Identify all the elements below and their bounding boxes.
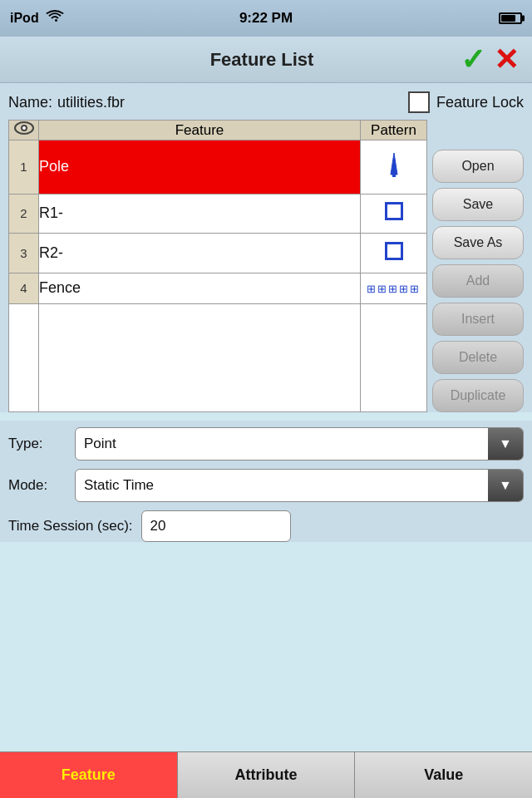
device-label: iPod xyxy=(10,11,39,26)
time-session-row: Time Session (sec): xyxy=(8,510,524,542)
side-buttons: Open Save Save As Add Insert Delete Dupl… xyxy=(432,120,524,412)
save-button[interactable]: Save xyxy=(432,188,524,221)
table-row[interactable]: 4 Fence ⊞⊞⊞⊞⊞ xyxy=(9,273,427,303)
file-name-value: utilities.fbr xyxy=(57,94,125,111)
add-button[interactable]: Add xyxy=(432,264,524,298)
time-session-label: Time Session (sec): xyxy=(8,518,133,534)
table-header: Feature Pattern xyxy=(9,121,427,140)
mode-value: Static Time xyxy=(76,477,488,494)
feature-name[interactable]: R2- xyxy=(39,234,361,273)
mode-row: Mode: Static Time ▼ xyxy=(8,469,524,502)
feature-name[interactable]: R1- xyxy=(39,194,361,234)
tab-feature[interactable]: Feature xyxy=(0,752,178,798)
tab-value[interactable]: Value xyxy=(355,752,532,798)
open-button[interactable]: Open xyxy=(432,150,524,183)
status-right xyxy=(499,12,522,24)
pattern-cell xyxy=(361,140,427,195)
feature-table: Feature Pattern 1 Pole xyxy=(8,120,427,412)
feature-lock-label: Feature Lock xyxy=(436,94,524,111)
feature-name[interactable]: Pole xyxy=(39,140,361,195)
svg-point-2 xyxy=(22,126,26,130)
pattern-tower-icon xyxy=(386,163,402,181)
cancel-button[interactable]: ✕ xyxy=(494,45,519,75)
mode-dropdown-arrow[interactable]: ▼ xyxy=(488,469,523,502)
table-section: Feature Pattern 1 Pole xyxy=(8,120,524,412)
pattern-square-icon xyxy=(385,242,403,260)
type-dropdown-arrow[interactable]: ▼ xyxy=(488,427,523,461)
table-row[interactable]: 1 Pole xyxy=(9,140,427,195)
name-label: Name: xyxy=(8,94,52,111)
mode-dropdown[interactable]: Static Time ▼ xyxy=(75,469,524,502)
bottom-controls: Type: Point ▼ Mode: Static Time ▼ Time S… xyxy=(0,421,532,542)
insert-button[interactable]: Insert xyxy=(432,303,524,336)
row-number: 3 xyxy=(9,234,39,273)
table-row[interactable]: 2 R1- xyxy=(9,194,427,234)
tab-value-label: Value xyxy=(424,766,463,784)
duplicate-button[interactable]: Duplicate xyxy=(432,379,524,412)
eye-column-header[interactable] xyxy=(9,121,39,140)
save-as-button[interactable]: Save As xyxy=(432,226,524,259)
feature-name[interactable]: Fence xyxy=(39,273,361,303)
type-row: Type: Point ▼ xyxy=(8,427,524,461)
pattern-cell xyxy=(361,234,427,273)
tab-attribute[interactable]: Attribute xyxy=(178,752,356,798)
time-session-input[interactable] xyxy=(141,510,291,542)
main-area: Name: utilities.fbr Feature Lock xyxy=(0,83,532,412)
pattern-column-header: Pattern xyxy=(361,121,427,140)
feature-lock-checkbox[interactable] xyxy=(408,91,430,113)
pattern-cell xyxy=(361,194,427,234)
svg-marker-3 xyxy=(391,153,397,175)
header: Feature List ✓ ✕ xyxy=(0,37,532,83)
tab-attribute-label: Attribute xyxy=(235,766,298,784)
status-bar: iPod 9:22 PM xyxy=(0,0,532,37)
delete-button[interactable]: Delete xyxy=(432,341,524,374)
table-row[interactable]: 3 R2- xyxy=(9,234,427,273)
pattern-cell: ⊞⊞⊞⊞⊞ xyxy=(361,273,427,303)
status-time: 9:22 PM xyxy=(239,10,293,27)
row-number: 2 xyxy=(9,194,39,234)
tab-bar: Feature Attribute Value xyxy=(0,751,532,798)
feature-column-header: Feature xyxy=(39,121,361,140)
page-title: Feature List xyxy=(63,49,461,71)
type-dropdown[interactable]: Point ▼ xyxy=(75,427,524,461)
row-number: 4 xyxy=(9,273,39,303)
type-value: Point xyxy=(76,436,488,452)
row-number: 1 xyxy=(9,140,39,195)
pattern-fence-icon: ⊞⊞⊞⊞⊞ xyxy=(367,283,421,295)
feature-lock-area: Feature Lock xyxy=(408,91,524,113)
wifi-icon xyxy=(46,10,64,27)
svg-rect-4 xyxy=(392,175,396,177)
type-label: Type: xyxy=(8,436,75,452)
confirm-button[interactable]: ✓ xyxy=(461,45,485,75)
battery-icon xyxy=(499,12,522,24)
name-row: Name: utilities.fbr Feature Lock xyxy=(8,91,524,113)
empty-row xyxy=(9,304,427,412)
mode-label: Mode: xyxy=(8,477,75,494)
pattern-square-icon xyxy=(385,202,403,220)
tab-feature-label: Feature xyxy=(62,766,116,784)
status-left: iPod xyxy=(10,10,64,27)
